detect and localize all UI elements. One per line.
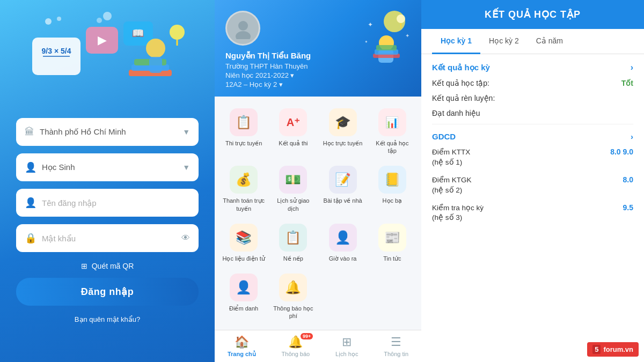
score-value-kiem-tra-hk: 9.5 (623, 203, 633, 212)
nav-thong-bao[interactable]: 🔔 99+ Thông báo (276, 333, 316, 359)
menu-label: Điểm danh (229, 305, 258, 312)
sforum-badge: 5 forum.vn (587, 342, 639, 357)
svg-point-18 (238, 21, 248, 31)
nav-label-thong-bao: Thông báo (282, 351, 310, 357)
lich-su-icon: 💵 (279, 166, 307, 194)
menu-item-ne-nep[interactable]: 📋 Nề nếp (268, 217, 318, 267)
hoc-ba-icon: 📒 (378, 166, 406, 194)
role-dropdown[interactable]: 👤 ▼ (16, 153, 199, 181)
arrow-icon: › (631, 63, 633, 72)
user-icon: 👤 (25, 197, 36, 209)
svg-rect-25 (376, 45, 397, 50)
section-title-ket-qua: Kết quả học kỳ › (432, 63, 633, 72)
menu-label: Thanh toán trực tuyến (222, 197, 265, 212)
score-label-kiem-tra-hk: Kiểm tra học kỳ(hệ số 3) (432, 203, 484, 224)
thi-truc-tuyen-icon: 📋 (230, 108, 258, 136)
role-input[interactable] (42, 163, 177, 172)
menu-label: Thông báo học phí (272, 305, 314, 320)
menu-item-hoc-truc-tuyen[interactable]: 🎓 Học trực tuyến (318, 102, 368, 159)
menu-item-tin-tuc[interactable]: 📰 Tin tức (368, 217, 417, 267)
menu-label: Nề nếp (283, 255, 303, 262)
nav-trang-chu[interactable]: 🏠 Trang chủ (222, 333, 261, 360)
sforum-s-icon: 5 (592, 345, 601, 354)
score-row-kttx: Điểm KTTX(hệ số 1) 8.0 9.0 (432, 147, 633, 168)
tab-hoc-ky-2[interactable]: Học kỳ 2 (480, 29, 528, 54)
menu-item-ket-qua-thi[interactable]: A⁺ Kết quả thi (268, 102, 318, 159)
password-field[interactable]: 🔒 👁 (16, 224, 199, 252)
result-value-hoc-tap: Tốt (621, 79, 633, 87)
qr-label: Quét mã QR (92, 262, 134, 270)
gio-vao-ra-icon: 👤 (329, 224, 357, 252)
menu-item-diem-danh[interactable]: 👤 Điểm danh (219, 267, 268, 324)
middle-panel: Nguyễn Thị Tiểu Băng Trường THPT Hàn Thu… (215, 0, 421, 362)
menu-grid: 📋 Thi trực tuyến A⁺ Kết quả thi 🎓 Học tr… (215, 97, 421, 330)
nav-thong-tin[interactable]: ☰ Thông tin (378, 333, 414, 359)
form-section: 🏛 ▼ 👤 ▼ 👤 🔒 👁 ⊞ Quét mã QR Đăng nhập (16, 118, 199, 323)
result-row-ren-luyen: Kết quả rèn luyện: (432, 94, 633, 102)
menu-item-lich-su-giao-dich[interactable]: 💵 Lịch sử giao dịch (268, 159, 318, 217)
hoc-phi-icon: 🔔 (279, 274, 307, 301)
forgot-password-link[interactable]: Bạn quên mật khẩu? (16, 315, 199, 323)
svg-text:●: ● (365, 39, 368, 44)
city-dropdown[interactable]: 🏛 ▼ (16, 118, 199, 146)
profile-year: Niên học 2021-2022 ▾ (225, 71, 411, 79)
menu-item-thi-truc-tuyen[interactable]: 📋 Thi trực tuyến (219, 102, 268, 159)
right-header: KẾT QUẢ HỌC TẬP (421, 0, 644, 29)
svg-point-19 (236, 31, 251, 39)
menu-item-bai-tap[interactable]: 📝 Bài tập về nhà (318, 159, 368, 217)
ket-qua-hoc-tap-icon: 📊 (378, 108, 406, 136)
ne-nep-icon: 📋 (279, 224, 307, 252)
result-row-danh-hieu: Đạt danh hiệu (432, 109, 633, 117)
menu-item-hoc-lieu[interactable]: 📚 Học liệu điện tử (219, 217, 268, 267)
menu-label: Học trực tuyến (323, 139, 363, 147)
hero-illustration: 9/3 × 5/4 ▶ 📖 (16, 0, 199, 118)
tab-ca-nam[interactable]: Cả năm (528, 29, 572, 54)
score-value-ktgk: 8.0 (623, 175, 633, 184)
nav-label-thong-tin: Thông tin (384, 351, 408, 357)
score-row-kiem-tra-hk: Kiểm tra học kỳ(hệ số 3) 9.5 (432, 203, 633, 224)
chevron-down-icon-role: ▼ (182, 163, 190, 172)
city-input[interactable] (40, 128, 177, 137)
svg-point-15 (57, 17, 61, 21)
thanh-toan-icon: 💰 (230, 166, 258, 194)
bai-tap-icon: 📝 (329, 166, 357, 194)
menu-label: Học bạ (383, 197, 402, 204)
avatar (225, 11, 260, 46)
profile-header: Nguyễn Thị Tiểu Băng Trường THPT Hàn Thu… (215, 0, 421, 97)
menu-label: Kết quả học tập (371, 139, 414, 155)
results-content: Kết quả học kỳ › Kết quả học tập: Tốt Kế… (421, 54, 644, 362)
menu-item-thanh-toan[interactable]: 💰 Thanh toán trực tuyến (219, 159, 268, 217)
info-icon: ☰ (391, 335, 401, 349)
ket-qua-thi-icon: A⁺ (279, 108, 307, 136)
svg-point-26 (397, 14, 405, 23)
divider (432, 124, 633, 124)
svg-text:▶: ▶ (98, 33, 107, 47)
menu-item-gio-vao-ra[interactable]: 👤 Giờ vào ra (318, 217, 368, 267)
nav-lich-hoc[interactable]: ⊞ Lịch học (330, 333, 363, 360)
qr-button[interactable]: ⊞ Quét mã QR (16, 262, 199, 270)
qr-icon: ⊞ (81, 262, 87, 270)
nav-label-trang-chu: Trang chủ (228, 351, 256, 358)
login-button[interactable]: Đăng nhập (16, 278, 199, 306)
lock-icon: 🔒 (25, 232, 36, 244)
score-label-kttx: Điểm KTTX(hệ số 1) (432, 147, 470, 168)
show-password-icon[interactable]: 👁 (181, 233, 190, 243)
arrow-icon-gdcd: › (631, 132, 633, 141)
svg-text:✦: ✦ (405, 33, 409, 39)
menu-item-hoc-ba[interactable]: 📒 Học bạ (368, 159, 417, 217)
svg-text:✦: ✦ (368, 21, 373, 28)
menu-item-hoc-phi[interactable]: 🔔 Thông báo học phí (268, 267, 318, 324)
score-value-kttx: 8.0 9.0 (610, 147, 633, 156)
role-icon: 👤 (25, 161, 36, 173)
right-title: KẾT QUẢ HỌC TẬP (432, 9, 633, 20)
menu-item-ket-qua-hoc-tap[interactable]: 📊 Kết quả học tập (368, 102, 417, 159)
password-input[interactable] (42, 234, 176, 243)
home-icon: 🏠 (235, 335, 249, 349)
svg-point-14 (45, 18, 52, 25)
sforum-text: forum.vn (603, 345, 633, 353)
svg-text:📖: 📖 (132, 27, 144, 39)
username-field[interactable]: 👤 (16, 189, 199, 217)
menu-label: Kết quả thi (279, 139, 308, 147)
tab-hoc-ky-1[interactable]: Học kỳ 1 (432, 29, 480, 54)
username-input[interactable] (42, 198, 190, 208)
